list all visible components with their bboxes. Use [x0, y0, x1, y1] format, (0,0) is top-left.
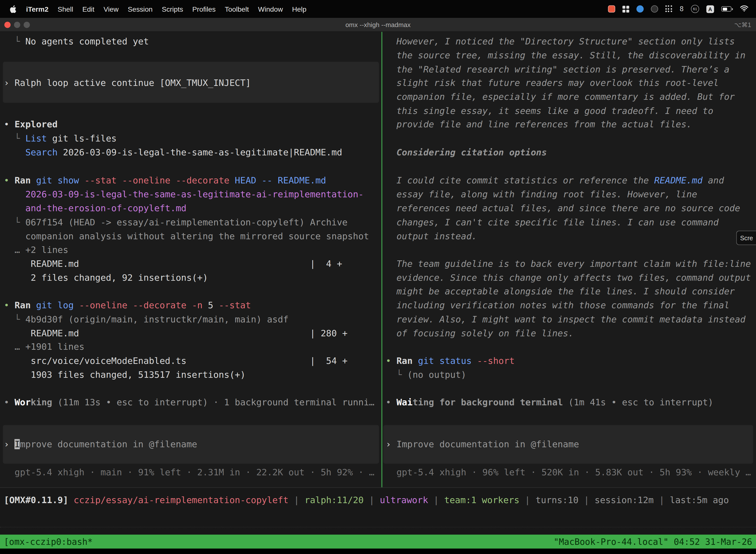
bottom-strip — [0, 549, 756, 554]
terminal-line-left: 2 files changed, 92 insertions(+) — [4, 271, 208, 285]
status-separator-line — [0, 487, 756, 488]
text-cursor: I — [15, 439, 20, 449]
terminal-line-left: • Ran git show --stat --oneline --decora… — [4, 173, 326, 187]
macos-menu-bar: iTerm2ShellEditViewSessionScriptsProfile… — [0, 0, 756, 18]
terminal-line-right: review. Also, I might want to inspect th… — [386, 312, 746, 326]
window-title: omx --xhigh --madmax — [0, 18, 756, 32]
terminal-line-right: I could cite commit statistics or refere… — [386, 173, 724, 187]
tmux-separator-line — [0, 527, 756, 528]
terminal-line-right: └ (no output) — [386, 368, 466, 382]
input-source-icon[interactable]: A — [706, 5, 714, 13]
apple-logo-icon — [10, 4, 17, 13]
terminal-line-left: README.md | 4 + — [4, 257, 342, 271]
terminal-line-left: • Ran git log --oneline --decorate -n 5 … — [4, 298, 251, 312]
terminal-line-right: slight risk that future readers may over… — [386, 76, 718, 90]
menu-item-toolbelt[interactable]: Toolbelt — [225, 5, 249, 13]
terminal-line-right: However, I noticed the "Directory Struct… — [386, 34, 735, 48]
terminal-line-right: › Improve documentation in @filename — [386, 437, 579, 451]
terminal-line-left: └ No agents completed yet — [4, 34, 149, 48]
terminal-line-left: › Improve documentation in @filename — [4, 437, 197, 451]
menu-item-scripts[interactable]: Scripts — [162, 5, 183, 13]
terminal-line-left: └ List git ls-files — [4, 131, 117, 145]
blue-app-icon[interactable] — [636, 5, 643, 12]
gauge-icon[interactable]: 61 — [691, 5, 699, 13]
terminal-line-right: • Ran git status --short — [386, 354, 515, 368]
menu-item-window[interactable]: Window — [258, 5, 283, 13]
terminal-line-right: might be acceptable alongside the file l… — [386, 284, 735, 298]
tmux-session-label: [omx-cczip0:bash* — [4, 535, 93, 549]
terminal-line-right: The team guideline is to back every impo… — [386, 257, 751, 271]
terminal-line-left: src/voice/voiceModeEnabled.ts | 54 + — [4, 354, 348, 368]
terminal-line-left: Search 2026-03-09-is-legal-the-same-as-l… — [4, 145, 342, 159]
terminal-line-left: … +2 lines — [4, 243, 68, 257]
terminal-line-left: … +1901 lines — [4, 340, 84, 354]
terminal-line-left: 1903 files changed, 513517 insertions(+) — [4, 368, 246, 382]
screen-share-overlay-button[interactable]: Scre — [736, 231, 756, 245]
terminal-line-left: › Ralph loop active continue [OMX_TMUX_I… — [4, 76, 251, 90]
terminal-line-right: companion file, especially if more comme… — [386, 90, 735, 104]
battery-icon[interactable] — [721, 6, 733, 11]
menu-items: iTerm2ShellEditViewSessionScriptsProfile… — [0, 4, 307, 13]
terminal-line-right: Considering citation options — [386, 145, 547, 159]
terminal-line-right: the "Related research writing" section i… — [386, 62, 730, 76]
menu-bar-status-icons: 8 61 A — [608, 5, 756, 13]
tmux-status-bar: [omx-cczip0:bash* "MacBook-Pro-44.local"… — [0, 535, 756, 549]
terminal-line-right: output instead. — [386, 229, 477, 243]
menu-item-help[interactable]: Help — [292, 5, 307, 13]
terminal-line-right: references need actual files, and since … — [386, 201, 740, 215]
terminal-line-right: changes, I can't cite specific file line… — [386, 215, 718, 229]
terminal-line-left: companion analysis without altering the … — [4, 229, 369, 243]
terminal-line-right: of focusing solely on file lines. — [386, 326, 574, 340]
pane-divider — [381, 32, 382, 487]
apple-menu-icon[interactable] — [10, 4, 17, 13]
dots-grid-icon[interactable] — [665, 5, 673, 12]
screen-share-overlay-label: Scre — [740, 234, 753, 241]
menu-item-iterm2[interactable]: iTerm2 — [26, 5, 48, 13]
terminal-line-left: • Working (11m 13s • esc to interrupt) ·… — [4, 395, 375, 409]
window-shortcut-badge: ⌥⌘1 — [734, 18, 751, 32]
screen-recording-indicator-icon[interactable] — [608, 5, 615, 12]
gauge-value: 61 — [693, 7, 697, 11]
omx-status-line: [OMX#0.11.9] cczip/essay/ai-reimplementa… — [4, 493, 729, 507]
menu-item-session[interactable]: Session — [128, 5, 152, 13]
desktop-screen: iTerm2ShellEditViewSessionScriptsProfile… — [0, 0, 756, 554]
terminal-line-left: └ 067f154 (HEAD -> essay/ai-reimplementa… — [4, 215, 348, 229]
menu-item-shell[interactable]: Shell — [58, 5, 73, 13]
terminal-line-right: the source tree, missing the essay. Stil… — [386, 48, 746, 62]
terminal-line-right: evidence. Since this change only affects… — [386, 271, 751, 285]
terminal-line-right: this single essay, it seems like a good … — [386, 104, 713, 118]
bento-grid-icon[interactable] — [622, 5, 629, 12]
menu-item-view[interactable]: View — [104, 5, 119, 13]
input-source-letter: A — [708, 6, 712, 12]
terminal-line-left: └ 4b9d30f (origin/main, instructkr/main,… — [4, 312, 289, 326]
terminal-line-right: gpt-5.4 xhigh · 96% left · 520K in · 5.8… — [386, 465, 751, 479]
dark-app-icon[interactable] — [650, 5, 658, 12]
terminal-line-left: gpt-5.4 xhigh · main · 91% left · 2.31M … — [4, 465, 375, 479]
menu-item-edit[interactable]: Edit — [82, 5, 94, 13]
terminal-line-left: and-the-erosion-of-copyleft.md — [4, 201, 187, 215]
terminal-line-right: • Waiting for background terminal (1m 41… — [386, 395, 713, 409]
terminal-line-right: including verification notes with those … — [386, 298, 730, 312]
terminal-line-right: provide file and line references from th… — [386, 117, 692, 131]
wifi-icon[interactable] — [740, 5, 748, 13]
tmux-host-clock-label: "MacBook-Pro-44.local" 04:52 31-Mar-26 — [554, 535, 752, 549]
menu-item-profiles[interactable]: Profiles — [192, 5, 215, 13]
figure8-app-icon[interactable]: 8 — [680, 5, 684, 12]
terminal-line-left: • Explored — [4, 117, 58, 131]
terminal-line-right: essay file, along with finding root file… — [386, 187, 697, 201]
terminal-line-left: README.md | 280 + — [4, 326, 348, 340]
terminal-line-left: 2026-03-09-is-legal-the-same-as-legitima… — [4, 187, 364, 201]
